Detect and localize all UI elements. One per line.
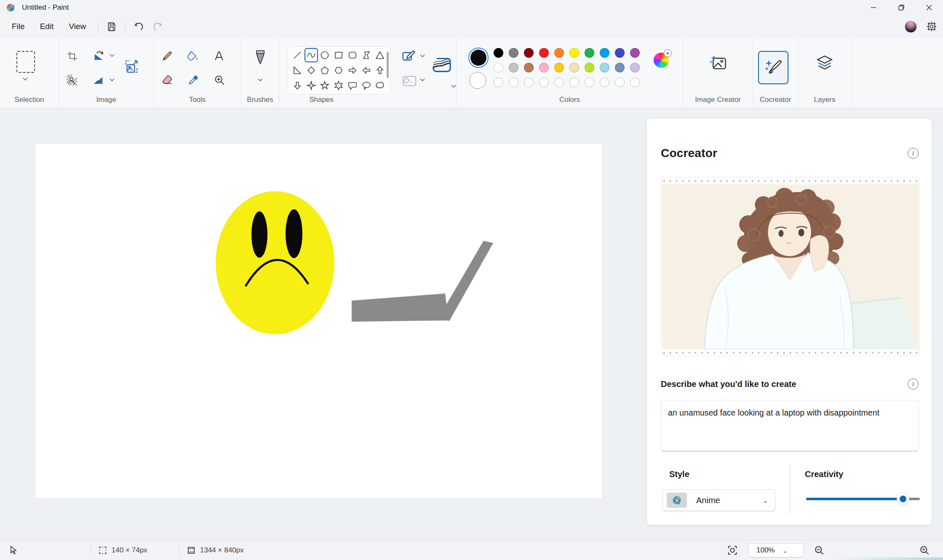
color-swatch[interactable]: [630, 48, 640, 58]
chevron-down-icon[interactable]: [419, 78, 426, 82]
chevron-down-icon[interactable]: [257, 78, 264, 82]
save-button[interactable]: [102, 19, 121, 35]
menu-file[interactable]: File: [4, 19, 32, 35]
color-swatch[interactable]: [554, 63, 564, 72]
shape-hexagon[interactable]: [332, 63, 345, 77]
shape-curve[interactable]: [305, 48, 318, 62]
background-removal-icon[interactable]: [66, 74, 77, 86]
fit-to-screen-button[interactable]: [727, 540, 738, 560]
color-picker-tool-icon[interactable]: [187, 74, 199, 86]
color-swatch-empty[interactable]: [600, 77, 609, 87]
color-swatch[interactable]: [494, 48, 503, 58]
creativity-slider-thumb[interactable]: [897, 493, 909, 505]
layers-button[interactable]: [816, 55, 833, 72]
flip-icon[interactable]: [93, 75, 104, 86]
shape-five-point-star[interactable]: [318, 78, 331, 93]
stroke-width-button[interactable]: [432, 55, 451, 75]
resize-image-icon[interactable]: [124, 59, 139, 74]
shape-arrow-right[interactable]: [346, 63, 359, 77]
zoom-out-button[interactable]: [814, 540, 825, 560]
magnifier-tool-icon[interactable]: [214, 74, 225, 86]
info-icon[interactable]: i: [908, 379, 919, 389]
color-swatch[interactable]: [569, 63, 579, 72]
foreground-color-swatch[interactable]: [468, 48, 489, 68]
color-swatch[interactable]: [600, 48, 609, 58]
color-swatch-empty[interactable]: [630, 77, 640, 87]
color-swatch[interactable]: [524, 48, 534, 58]
color-swatch-empty[interactable]: [615, 77, 625, 87]
shape-polygon[interactable]: [360, 48, 373, 62]
chevron-down-icon[interactable]: [419, 54, 426, 58]
settings-gear-icon[interactable]: [926, 21, 937, 32]
rotate-icon[interactable]: [93, 50, 104, 62]
generated-image-preview[interactable]: [661, 184, 919, 349]
color-swatch[interactable]: [554, 48, 564, 58]
shape-fill-button[interactable]: [402, 75, 417, 87]
shape-six-point-star[interactable]: [332, 78, 345, 93]
restore-button[interactable]: [887, 0, 915, 15]
fill-tool-icon[interactable]: [187, 50, 198, 62]
menu-edit[interactable]: Edit: [32, 19, 61, 35]
shape-arrow-left[interactable]: [360, 63, 373, 77]
color-swatch[interactable]: [615, 63, 625, 72]
drawing-canvas[interactable]: [35, 144, 602, 499]
shape-outline-button[interactable]: [402, 51, 417, 61]
shape-diamond[interactable]: [305, 63, 318, 77]
zoom-level-dropdown[interactable]: 100% ⌄: [748, 543, 804, 557]
brush-icon[interactable]: [254, 50, 267, 65]
prompt-input[interactable]: an unamused face looking at a laptop wit…: [661, 400, 919, 451]
pencil-tool-icon[interactable]: [161, 50, 173, 62]
info-icon[interactable]: i: [908, 148, 919, 159]
color-swatch-empty[interactable]: [569, 77, 579, 87]
color-swatch-empty[interactable]: [539, 77, 549, 87]
text-tool-icon[interactable]: [214, 50, 224, 62]
shape-line[interactable]: [291, 48, 304, 62]
color-swatch[interactable]: [539, 48, 549, 58]
shape-speech-bubble-oval[interactable]: [360, 78, 373, 93]
menu-view[interactable]: View: [61, 19, 93, 35]
chevron-down-icon[interactable]: [109, 53, 115, 58]
color-swatch-empty[interactable]: [494, 77, 503, 87]
minimize-button[interactable]: [860, 0, 887, 15]
user-avatar[interactable]: [905, 21, 917, 33]
shape-rounded-rectangle[interactable]: [346, 48, 359, 62]
creativity-slider[interactable]: [806, 498, 920, 500]
edit-colors-button[interactable]: +: [654, 53, 669, 68]
close-button[interactable]: [915, 0, 943, 15]
color-swatch-empty[interactable]: [524, 77, 534, 87]
shape-speech-bubble-rounded[interactable]: [346, 78, 359, 93]
shape-four-point-star[interactable]: [305, 78, 318, 93]
color-swatch-empty[interactable]: [554, 77, 564, 87]
shape-right-triangle[interactable]: [291, 63, 304, 77]
style-dropdown[interactable]: Anime ⌄: [662, 489, 775, 511]
shape-rectangle[interactable]: [332, 48, 345, 62]
color-swatch[interactable]: [509, 48, 518, 58]
color-swatch[interactable]: [615, 48, 625, 58]
shape-thought-bubble[interactable]: [373, 78, 387, 93]
color-swatch[interactable]: [585, 48, 594, 58]
color-swatch[interactable]: [630, 63, 640, 72]
crop-icon[interactable]: [67, 51, 78, 62]
color-swatch-empty[interactable]: [585, 77, 594, 87]
color-swatch[interactable]: [569, 48, 579, 58]
shape-arrow-down[interactable]: [291, 78, 304, 93]
color-swatch[interactable]: [524, 63, 534, 72]
shape-partial-row[interactable]: [305, 93, 318, 94]
background-color-swatch[interactable]: [469, 72, 486, 89]
shape-pentagon[interactable]: [318, 63, 331, 77]
eraser-tool-icon[interactable]: [161, 74, 173, 85]
chevron-down-icon[interactable]: [109, 78, 115, 82]
undo-button[interactable]: [130, 19, 148, 35]
shapes-scrollbar[interactable]: [387, 52, 389, 78]
image-creator-button[interactable]: [709, 54, 727, 72]
color-swatch-empty[interactable]: [509, 77, 518, 87]
shape-partial-row[interactable]: [291, 93, 304, 94]
cocreator-button[interactable]: [758, 51, 788, 84]
shape-arrow-up[interactable]: [373, 63, 387, 77]
shape-triangle[interactable]: [373, 48, 387, 62]
zoom-in-button[interactable]: [919, 540, 930, 560]
shape-oval[interactable]: [318, 48, 331, 62]
chevron-down-icon[interactable]: [450, 84, 457, 88]
chevron-down-icon[interactable]: [22, 77, 29, 81]
color-swatch[interactable]: [509, 63, 518, 72]
